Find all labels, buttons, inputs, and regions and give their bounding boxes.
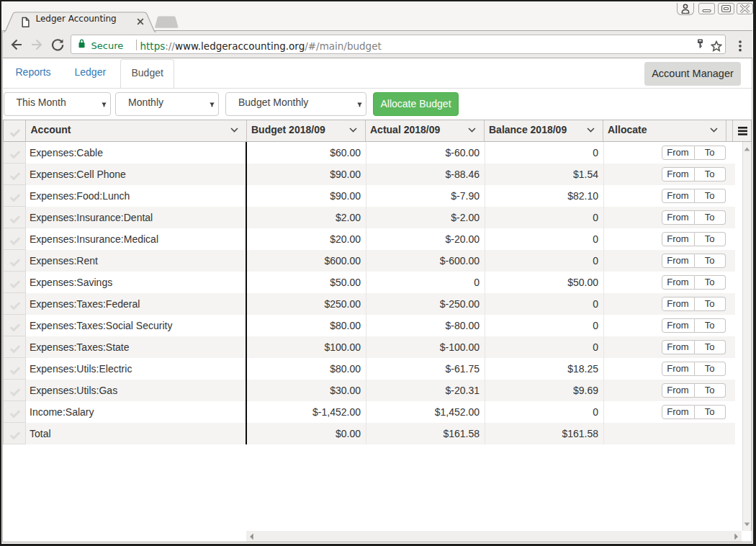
from-button[interactable]: From bbox=[662, 167, 695, 182]
row-select-cell[interactable] bbox=[4, 185, 26, 207]
grid-header-cell-budget[interactable]: Budget 2018/09 bbox=[247, 120, 366, 141]
to-button[interactable]: To bbox=[695, 146, 726, 160]
from-button[interactable]: From bbox=[662, 340, 695, 354]
new-tab-button[interactable] bbox=[153, 15, 181, 30]
from-button[interactable]: From bbox=[662, 275, 695, 290]
row-select-cell[interactable] bbox=[4, 336, 26, 358]
column-chevron-icon[interactable] bbox=[587, 127, 595, 133]
grid-header-cell-balance[interactable]: Balance 2018/09 bbox=[485, 120, 603, 141]
grid-menu-icon[interactable] bbox=[738, 127, 748, 136]
table-row[interactable]: Expenses:Insurance:Medical$20.00$-20.000… bbox=[3, 228, 735, 250]
minimize-button[interactable] bbox=[698, 3, 715, 15]
row-check-icon bbox=[9, 193, 21, 202]
table-row[interactable]: Expenses:Rent$600.00$-600.000FromTo bbox=[3, 250, 735, 272]
from-button[interactable]: From bbox=[662, 210, 695, 225]
vertical-scrollbar[interactable] bbox=[742, 142, 752, 531]
nav-tab-budget[interactable]: Budget bbox=[120, 59, 174, 89]
to-button[interactable]: To bbox=[695, 210, 726, 225]
table-row[interactable]: Expenses:Taxes:Social Security$80.00$-80… bbox=[3, 315, 735, 336]
from-button[interactable]: From bbox=[662, 232, 695, 246]
from-button[interactable]: From bbox=[662, 383, 695, 398]
row-select-cell[interactable] bbox=[4, 207, 26, 228]
to-button[interactable]: To bbox=[695, 167, 726, 182]
table-row[interactable]: Expenses:Savings$50.000$50.00FromTo bbox=[3, 272, 735, 293]
allocate-budget-button[interactable]: Allocate Budget bbox=[373, 92, 459, 116]
to-button[interactable]: To bbox=[695, 189, 726, 203]
column-chevron-icon[interactable] bbox=[349, 127, 357, 133]
column-chevron-icon[interactable] bbox=[230, 127, 238, 133]
row-select-cell[interactable] bbox=[4, 272, 26, 293]
table-row[interactable]: Expenses:Food:Lunch$90.00$-7.90$82.10Fro… bbox=[3, 185, 735, 207]
frequency-select[interactable]: Monthly bbox=[115, 92, 219, 116]
from-button[interactable]: From bbox=[662, 146, 695, 160]
grid-header-cell-account[interactable]: Account bbox=[26, 120, 247, 141]
account-manager-button[interactable]: Account Manager bbox=[644, 62, 741, 86]
column-chevron-icon[interactable] bbox=[710, 127, 718, 133]
budget-select[interactable]: Budget Monthly bbox=[225, 92, 366, 116]
row-select-cell[interactable] bbox=[4, 228, 26, 250]
grid-header-cell-allocate[interactable]: Allocate bbox=[603, 120, 727, 141]
to-button[interactable]: To bbox=[695, 232, 726, 246]
from-button[interactable]: From bbox=[662, 405, 695, 419]
to-button[interactable]: To bbox=[695, 275, 726, 290]
profile-button[interactable] bbox=[677, 3, 694, 15]
table-row[interactable]: Expenses:Utils:Electric$80.00$-61.75$18.… bbox=[3, 358, 735, 380]
row-select-cell[interactable] bbox=[4, 164, 26, 185]
table-row[interactable]: Income:Salary$-1,452.00$1,452.000FromTo bbox=[3, 401, 735, 423]
nav-tab-ledger[interactable]: Ledger bbox=[75, 64, 107, 80]
column-chevron-icon[interactable] bbox=[468, 127, 476, 133]
password-key-icon[interactable] bbox=[697, 39, 703, 48]
row-select-cell[interactable] bbox=[4, 250, 26, 272]
to-button[interactable]: To bbox=[695, 340, 726, 354]
allocate-button-group: FromTo bbox=[662, 189, 726, 203]
from-button[interactable]: From bbox=[662, 318, 695, 333]
scroll-left-icon[interactable] bbox=[249, 532, 254, 542]
from-button[interactable]: From bbox=[662, 254, 695, 268]
table-row[interactable]: Expenses:Insurance:Dental$2.00$-2.000Fro… bbox=[3, 207, 735, 228]
cell-balance: $161.58 bbox=[485, 423, 599, 444]
row-select-cell[interactable] bbox=[4, 401, 26, 423]
close-button[interactable] bbox=[737, 3, 753, 15]
table-row[interactable]: Expenses:Cable$60.00$-60.000FromTo bbox=[3, 142, 735, 164]
grid-header-cell-menu[interactable] bbox=[733, 120, 752, 141]
browser-menu-icon[interactable] bbox=[737, 40, 743, 53]
table-row[interactable]: Expenses:Taxes:Federal$250.00$-250.000Fr… bbox=[3, 293, 735, 315]
cell-actual: $-600.00 bbox=[366, 250, 480, 272]
table-row[interactable]: Expenses:Utils:Gas$30.00$-20.31$9.69From… bbox=[3, 380, 735, 401]
table-row[interactable]: Expenses:Taxes:State$100.00$-100.000From… bbox=[3, 336, 735, 358]
table-row[interactable]: Total$0.00$161.58$161.58 bbox=[3, 423, 735, 444]
scroll-up-icon[interactable] bbox=[742, 147, 752, 152]
to-button[interactable]: To bbox=[695, 254, 726, 268]
scroll-down-icon[interactable] bbox=[742, 522, 752, 527]
row-select-cell[interactable] bbox=[4, 423, 26, 444]
to-button[interactable]: To bbox=[695, 405, 726, 419]
nav-tab-reports[interactable]: Reports bbox=[16, 64, 51, 80]
row-select-cell[interactable] bbox=[4, 315, 26, 336]
row-select-cell[interactable] bbox=[4, 380, 26, 401]
period-select[interactable]: This Month bbox=[4, 92, 111, 116]
row-select-cell[interactable] bbox=[4, 142, 26, 164]
from-button[interactable]: From bbox=[662, 189, 695, 203]
secure-lock-icon[interactable] bbox=[78, 39, 86, 48]
grid-header-cell-actual[interactable]: Actual 2018/09 bbox=[366, 120, 485, 141]
back-button[interactable] bbox=[9, 38, 24, 51]
row-select-cell[interactable] bbox=[4, 293, 26, 315]
to-button[interactable]: To bbox=[695, 362, 726, 376]
tab-close-icon[interactable] bbox=[137, 18, 144, 25]
forward-button[interactable] bbox=[30, 38, 44, 51]
bookmark-star-icon[interactable] bbox=[711, 40, 722, 52]
to-button[interactable]: To bbox=[695, 383, 726, 398]
scroll-right-icon[interactable] bbox=[734, 532, 739, 542]
table-row[interactable]: Expenses:Cell Phone$90.00$-88.46$1.54Fro… bbox=[3, 164, 735, 185]
url-text[interactable]: https://www.ledgeraccounting.org/#/main/… bbox=[140, 40, 382, 53]
row-select-cell[interactable] bbox=[4, 358, 26, 380]
horizontal-scrollbar[interactable] bbox=[246, 531, 742, 542]
frame-right-line bbox=[752, 58, 752, 542]
from-button[interactable]: From bbox=[662, 297, 695, 311]
from-button[interactable]: From bbox=[662, 362, 695, 376]
allocate-button-group: FromTo bbox=[662, 383, 726, 398]
to-button[interactable]: To bbox=[695, 297, 726, 311]
reload-button[interactable] bbox=[50, 37, 65, 52]
maximize-button[interactable] bbox=[718, 3, 734, 15]
to-button[interactable]: To bbox=[695, 318, 726, 333]
